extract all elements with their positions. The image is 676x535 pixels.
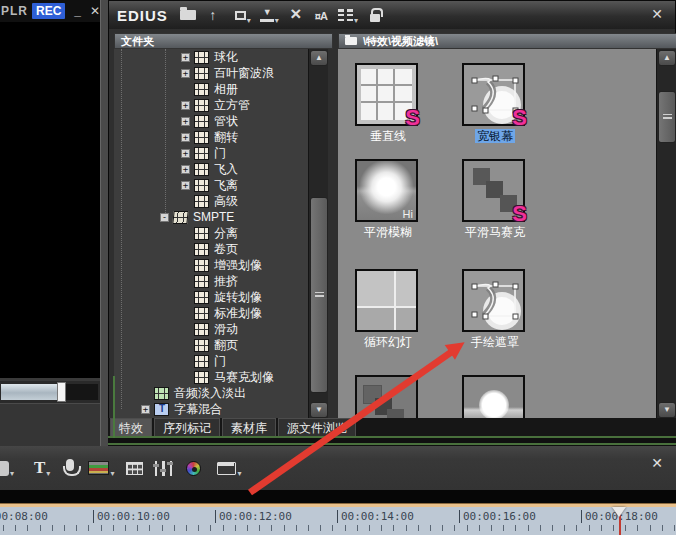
- tree-item[interactable]: 相册: [114, 81, 308, 97]
- expand-box-icon[interactable]: +: [181, 101, 190, 110]
- collapse-box-icon[interactable]: -: [160, 213, 169, 222]
- effect-item[interactable]: Hi平滑模糊: [338, 159, 438, 241]
- expand-box-icon[interactable]: +: [181, 117, 190, 126]
- expand-box-icon[interactable]: +: [181, 181, 190, 190]
- dropdown-caret-icon[interactable]: ▾: [237, 469, 241, 478]
- dropdown-caret-icon[interactable]: ▾: [10, 469, 14, 478]
- effect-folder-icon: [194, 259, 209, 272]
- lock-glyph: [370, 14, 380, 22]
- effect-item[interactable]: S垂直线: [338, 63, 438, 145]
- tree-item[interactable]: +飞离: [114, 177, 308, 193]
- slider-handle[interactable]: [57, 382, 66, 402]
- expand-box-icon[interactable]: +: [181, 69, 190, 78]
- tree-item[interactable]: +字幕混合: [114, 401, 308, 417]
- tree-item[interactable]: 滑动: [114, 321, 308, 337]
- tree-item[interactable]: 翻页: [114, 337, 308, 353]
- effect-thumbnail[interactable]: S: [462, 159, 525, 222]
- pan-grid-icon[interactable]: [126, 456, 143, 480]
- expand-box-icon[interactable]: +: [181, 53, 190, 62]
- tree-item-label: 标准划像: [214, 305, 262, 322]
- effect-thumbnail[interactable]: S: [462, 63, 525, 126]
- audio-mixer-icon[interactable]: [155, 456, 172, 480]
- expand-box-icon[interactable]: +: [181, 165, 190, 174]
- effect-folder-icon: [194, 115, 209, 128]
- voiceover-icon[interactable]: [66, 456, 74, 480]
- effect-thumbnail[interactable]: [462, 375, 525, 419]
- duplicate-icon[interactable]: ▾: [230, 5, 251, 25]
- tree-scrollbar[interactable]: ▲ ▼: [308, 49, 328, 419]
- effect-item[interactable]: 循环幻灯: [338, 269, 438, 351]
- dropdown-caret-icon[interactable]: ▾: [247, 16, 251, 25]
- tree-item[interactable]: 推挤: [114, 273, 308, 289]
- scroll-down-button[interactable]: ▼: [310, 402, 328, 418]
- tab-other[interactable]: 素材库: [222, 418, 276, 436]
- tree-item[interactable]: +翻转: [114, 129, 308, 145]
- layout-panel-icon[interactable]: ▾: [217, 456, 241, 480]
- effect-item[interactable]: S宽银幕: [445, 63, 545, 145]
- tree-item[interactable]: +门: [114, 145, 308, 161]
- tree-item[interactable]: 增强划像: [114, 257, 308, 273]
- scroll-up-button[interactable]: ▲: [658, 50, 676, 66]
- dropdown-caret-icon[interactable]: ▾: [110, 469, 114, 478]
- scroll-thumb[interactable]: [658, 91, 676, 143]
- playhead-handle[interactable]: [612, 507, 626, 517]
- delete-icon[interactable]: [288, 5, 304, 25]
- tab-effects[interactable]: 特效: [110, 418, 152, 436]
- expand-box-icon[interactable]: +: [181, 149, 190, 158]
- effect-item[interactable]: [445, 375, 545, 419]
- effect-thumbnail[interactable]: [462, 269, 525, 332]
- move-up-icon[interactable]: [205, 5, 221, 25]
- tree-item[interactable]: 音频淡入淡出: [114, 385, 308, 401]
- scroll-up-button[interactable]: ▲: [310, 50, 328, 66]
- tree-item[interactable]: +管状: [114, 113, 308, 129]
- rec-tab[interactable]: REC: [32, 3, 65, 19]
- tree-item[interactable]: +球化: [114, 49, 308, 65]
- effect-thumbnail[interactable]: [355, 269, 418, 332]
- add-to-bin-icon[interactable]: ▾: [260, 5, 279, 25]
- tab-other[interactable]: 序列标记: [154, 418, 220, 436]
- track-tool-icon[interactable]: ▾: [0, 456, 14, 480]
- lock-icon[interactable]: [367, 5, 383, 25]
- scroll-thumb[interactable]: [310, 197, 328, 393]
- player-shuttle-slider[interactable]: [0, 381, 100, 403]
- tree-item[interactable]: +立方管: [114, 97, 308, 113]
- bezier-thumb-art: [464, 271, 523, 330]
- dropdown-caret-icon[interactable]: ▾: [354, 16, 358, 25]
- tree-item[interactable]: +飞入: [114, 161, 308, 177]
- move-up-glyph: [209, 6, 216, 24]
- effect-label-text: 循环幻灯: [362, 335, 414, 349]
- clip-tool-icon[interactable]: ▾: [88, 456, 114, 480]
- effects-scrollbar[interactable]: ▲ ▼: [656, 49, 676, 419]
- scroll-down-button[interactable]: ▼: [658, 402, 676, 418]
- sunrise-thumb-art: [464, 377, 523, 419]
- effect-thumbnail[interactable]: S: [355, 63, 418, 126]
- dropdown-caret-icon[interactable]: ▾: [46, 469, 50, 478]
- timeline-ruler[interactable]: 00:00:08:0000:00:10:0000:00:12:0000:00:1…: [0, 507, 676, 535]
- tree-item[interactable]: +百叶窗波浪: [114, 65, 308, 81]
- app-title: EDIUS: [117, 7, 168, 24]
- tree-item[interactable]: 旋转划像: [114, 289, 308, 305]
- tree-item[interactable]: 高级: [114, 193, 308, 209]
- effect-thumbnail[interactable]: Hi: [355, 159, 418, 222]
- tree-item[interactable]: 门: [114, 353, 308, 369]
- effect-folder-icon: [194, 179, 209, 192]
- tree-item[interactable]: 卷页: [114, 241, 308, 257]
- view-mode-icon[interactable]: ▾: [338, 5, 358, 25]
- expand-box-icon[interactable]: +: [141, 405, 150, 414]
- player-close-button[interactable]: ✕: [90, 4, 100, 18]
- properties-icon[interactable]: [313, 5, 329, 25]
- expand-box-icon[interactable]: +: [181, 133, 190, 142]
- tree-item[interactable]: 马赛克划像: [114, 369, 308, 385]
- title-tool-icon[interactable]: ▾: [34, 456, 50, 480]
- palette-close-button[interactable]: ✕: [651, 6, 663, 22]
- tree-item[interactable]: 标准划像: [114, 305, 308, 321]
- tree-item[interactable]: -SMPTE: [114, 209, 308, 225]
- dropdown-caret-icon[interactable]: ▾: [275, 16, 279, 25]
- effect-item[interactable]: S平滑马赛克: [445, 159, 545, 241]
- timeline-close-button[interactable]: ✕: [651, 455, 663, 471]
- color-correction-icon[interactable]: [186, 456, 201, 480]
- player-minimize-button[interactable]: _: [74, 4, 81, 18]
- open-folder-icon[interactable]: [180, 5, 196, 25]
- tree-item-label: 分离: [214, 225, 238, 242]
- tree-item[interactable]: 分离: [114, 225, 308, 241]
